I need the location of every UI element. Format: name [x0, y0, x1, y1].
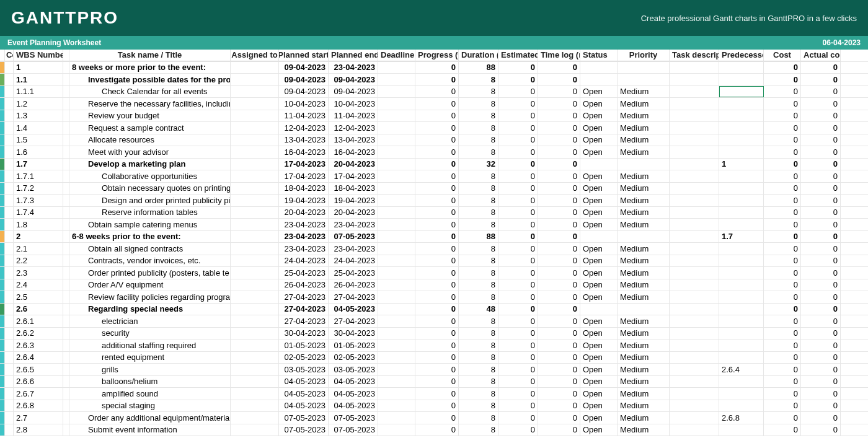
cell-spacer[interactable] — [63, 207, 69, 219]
cell-pend[interactable]: 17-04-2023 — [329, 170, 378, 182]
cell-cost[interactable]: 0 — [764, 376, 801, 388]
cell-spacer[interactable] — [63, 219, 69, 230]
cell-timelog[interactable]: 0 — [538, 74, 580, 85]
cell-wbs[interactable]: 1.7.3 — [14, 195, 63, 206]
cell-tdesc[interactable] — [670, 207, 719, 219]
cell-pstart[interactable]: 09-04-2023 — [279, 86, 329, 98]
cell-deadline[interactable] — [378, 388, 415, 400]
cell-deadline[interactable] — [378, 98, 415, 110]
cell-deadline[interactable] — [378, 62, 415, 74]
cell-color[interactable] — [0, 231, 5, 243]
cell-spacer[interactable] — [63, 304, 69, 315]
cell-assigned[interactable] — [231, 170, 279, 182]
cell-co[interactable] — [5, 412, 14, 424]
cell-priority[interactable]: Medium — [618, 219, 670, 230]
cell-pstart[interactable]: 27-04-2023 — [279, 304, 329, 315]
table-row[interactable]: 1.7.4Reserve information tables20-04-202… — [0, 207, 868, 219]
cell-pend[interactable]: 23-04-2023 — [329, 243, 378, 255]
cell-pend[interactable]: 27-04-2023 — [329, 315, 378, 327]
cell-pstart[interactable]: 01-05-2023 — [279, 339, 329, 351]
cell-color[interactable] — [0, 291, 5, 303]
cell-assigned[interactable] — [231, 219, 279, 230]
cell-assigned[interactable] — [231, 110, 279, 122]
cell-status[interactable]: Open — [580, 134, 618, 146]
cell-estimated[interactable]: 0 — [498, 291, 538, 303]
cell-deadline[interactable] — [378, 424, 415, 436]
cell-pstart[interactable]: 12-04-2023 — [279, 122, 329, 134]
cell-duration[interactable]: 8 — [459, 267, 498, 279]
cell-color[interactable] — [0, 339, 5, 351]
cell-deadline[interactable] — [378, 74, 415, 85]
cell-tdesc[interactable] — [670, 243, 719, 255]
cell-priority[interactable] — [618, 159, 670, 170]
cell-acost[interactable]: 0 — [801, 98, 841, 110]
cell-acost[interactable]: 0 — [801, 146, 841, 158]
cell-spacer[interactable] — [63, 146, 69, 158]
cell-estimated[interactable]: 0 — [498, 110, 538, 122]
cell-estimated[interactable]: 0 — [498, 352, 538, 364]
cell-wbs[interactable]: 2.6.4 — [14, 352, 63, 364]
cell-wbs[interactable]: 1.2 — [14, 98, 63, 110]
cell-progress[interactable]: 0 — [415, 183, 459, 195]
cell-title[interactable]: balloons/helium — [69, 376, 231, 388]
cell-assigned[interactable] — [231, 267, 279, 279]
cell-duration[interactable]: 8 — [459, 279, 498, 291]
cell-deadline[interactable] — [378, 122, 415, 134]
cell-status[interactable]: Open — [580, 207, 618, 219]
col-deadline[interactable]: Deadline — [378, 50, 415, 61]
cell-wbs[interactable]: 1.4 — [14, 122, 63, 134]
cell-co[interactable] — [5, 219, 14, 230]
cell-duration[interactable]: 8 — [459, 352, 498, 364]
cell-priority[interactable]: Medium — [618, 146, 670, 158]
cell-assigned[interactable] — [231, 291, 279, 303]
cell-title[interactable]: additional staffing required — [69, 339, 231, 351]
cell-wbs[interactable]: 2.8 — [14, 424, 63, 436]
cell-estimated[interactable]: 0 — [498, 98, 538, 110]
cell-pstart[interactable]: 20-04-2023 — [279, 207, 329, 219]
cell-co[interactable] — [5, 328, 14, 339]
cell-status[interactable] — [580, 304, 618, 315]
cell-spacer[interactable] — [63, 291, 69, 303]
cell-title[interactable]: Collaborative opportunities — [69, 170, 231, 182]
cell-cost[interactable]: 0 — [764, 122, 801, 134]
cell-acost[interactable]: 0 — [801, 376, 841, 388]
cell-cost[interactable]: 0 — [764, 195, 801, 206]
cell-acost[interactable]: 0 — [801, 424, 841, 436]
cell-pstart[interactable]: 04-05-2023 — [279, 400, 329, 412]
cell-tdesc[interactable] — [670, 98, 719, 110]
cell-assigned[interactable] — [231, 183, 279, 195]
cell-co[interactable] — [5, 207, 14, 219]
table-row[interactable]: 1.1.1Check Calendar for all events09-04-… — [0, 86, 868, 99]
cell-co[interactable] — [5, 195, 14, 206]
cell-estimated[interactable]: 0 — [498, 304, 538, 315]
cell-co[interactable] — [5, 231, 14, 243]
cell-progress[interactable]: 0 — [415, 207, 459, 219]
cell-status[interactable]: Open — [580, 315, 618, 327]
cell-pend[interactable]: 23-04-2023 — [329, 62, 378, 74]
cell-pend[interactable]: 02-05-2023 — [329, 352, 378, 364]
cell-pred[interactable] — [719, 207, 764, 219]
cell-duration[interactable]: 8 — [459, 315, 498, 327]
cell-pred[interactable] — [719, 170, 764, 182]
cell-timelog[interactable]: 0 — [538, 195, 580, 206]
cell-tdesc[interactable] — [670, 74, 719, 85]
cell-timelog[interactable]: 0 — [538, 352, 580, 364]
cell-assigned[interactable] — [231, 243, 279, 255]
cell-deadline[interactable] — [378, 364, 415, 375]
cell-deadline[interactable] — [378, 339, 415, 351]
cell-acost[interactable]: 0 — [801, 134, 841, 146]
cell-pred[interactable] — [719, 195, 764, 206]
cell-pstart[interactable]: 23-04-2023 — [279, 219, 329, 230]
cell-color[interactable] — [0, 98, 5, 110]
cell-deadline[interactable] — [378, 231, 415, 243]
cell-pend[interactable]: 04-05-2023 — [329, 376, 378, 388]
cell-spacer[interactable] — [63, 376, 69, 388]
cell-title[interactable]: Review facility policies regarding progr… — [69, 291, 231, 303]
cell-pstart[interactable]: 25-04-2023 — [279, 267, 329, 279]
cell-title[interactable]: Contracts, vendor invoices, etc. — [69, 255, 231, 267]
table-row[interactable]: 1.7Develop a marketing plan17-04-202320-… — [0, 159, 868, 171]
cell-duration[interactable]: 8 — [459, 110, 498, 122]
cell-co[interactable] — [5, 279, 14, 291]
table-row[interactable]: 2.6.5grills03-05-202303-05-20230800OpenM… — [0, 364, 868, 376]
cell-acost[interactable]: 0 — [801, 328, 841, 339]
